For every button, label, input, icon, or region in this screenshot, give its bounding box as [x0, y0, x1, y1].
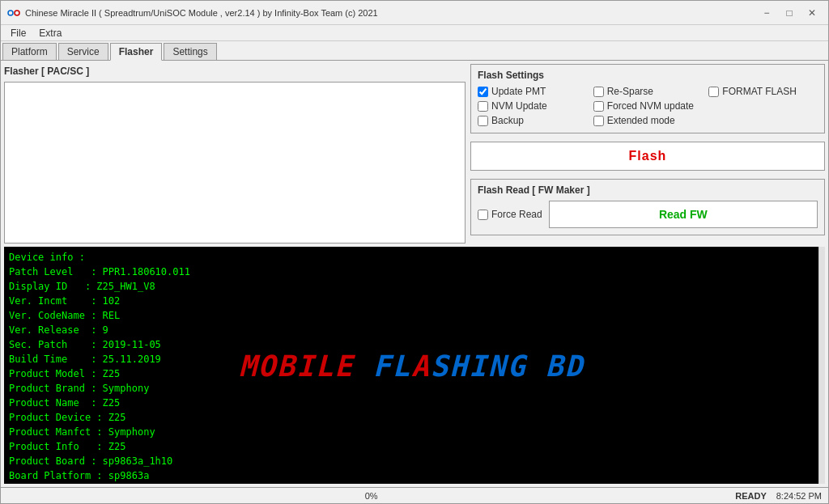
log-container: MOBILE FL A SHING BD Device info :Patch … — [4, 247, 825, 484]
tab-flasher[interactable]: Flasher — [110, 43, 163, 61]
flash-read-label: Flash Read [ FW Maker ] — [478, 184, 818, 196]
checkbox-format-flash-label: FORMAT FLASH — [722, 86, 797, 97]
log-area: MOBILE FL A SHING BD Device info :Patch … — [4, 247, 818, 484]
status-bar: 0% READY 8:24:52 PM — [1, 487, 828, 503]
minimize-button[interactable]: − — [757, 6, 776, 20]
tab-platform[interactable]: Platform — [2, 43, 57, 60]
flash-read-group: Flash Read [ FW Maker ] Force Read Read … — [470, 179, 825, 235]
status-ready-text: READY — [735, 491, 767, 501]
log-line: Board Platform : sp9863a — [9, 468, 814, 483]
log-line: Ver. CodeName : REL — [9, 308, 814, 323]
flash-settings-label: Flash Settings — [478, 70, 818, 81]
checkbox-force-read-input[interactable] — [478, 210, 488, 220]
flash-button-container: Flash — [470, 138, 825, 174]
log-line: Product Manfct : Symphony — [9, 425, 814, 439]
checkbox-forced-nvm-input[interactable] — [593, 101, 604, 112]
title-bar: Chinese Miracle II ( Spreadtrum/UniSOC M… — [1, 1, 828, 25]
log-line: Product Brand : Symphony — [9, 381, 814, 396]
checkbox-format-flash-input[interactable] — [708, 87, 719, 97]
close-button[interactable]: ✕ — [802, 6, 822, 20]
log-line: Patch Level : PPR1.180610.011 — [9, 265, 814, 279]
checkbox-re-sparse: Re-Sparse — [593, 86, 703, 97]
flash-settings-group: Flash Settings Update PMT Re-Sparse FORM… — [470, 64, 825, 133]
menu-extra[interactable]: Extra — [32, 26, 68, 40]
pac-label: Flasher [ PAC/SC ] — [4, 64, 466, 78]
checkbox-nvm-update-input[interactable] — [478, 101, 488, 112]
checkbox-backup-label: Backup — [491, 115, 524, 126]
checkbox-extended-mode-label: Extended mode — [607, 115, 675, 126]
checkbox-backup: Backup — [478, 115, 587, 126]
log-line: Product Name : Z25 — [9, 396, 814, 410]
log-line: Product Device : Z25 — [9, 410, 814, 425]
log-line: Sec. Patch : 2019-11-05 — [9, 337, 814, 352]
log-line: Ver. Incmt : 102 — [9, 294, 814, 308]
scrollbar[interactable] — [818, 247, 825, 484]
maximize-button[interactable]: □ — [780, 6, 799, 20]
read-fw-button[interactable]: Read FW — [549, 201, 818, 228]
checkbox-update-pmt: Update PMT — [478, 86, 587, 97]
checkbox-backup-input[interactable] — [478, 116, 488, 126]
log-line: Build Time : 25.11.2019 — [9, 352, 814, 366]
panels-row: Flasher [ PAC/SC ] Flash Settings Update… — [1, 61, 828, 247]
menu-bar: File Extra — [1, 25, 828, 41]
tab-service[interactable]: Service — [58, 43, 108, 60]
title-text: Chinese Miracle II ( Spreadtrum/UniSOC M… — [25, 8, 378, 18]
checkbox-forced-nvm: Forced NVM update — [593, 100, 703, 112]
app-icon — [7, 6, 20, 19]
progress-text: 0% — [365, 491, 378, 501]
log-line: Device info : — [9, 250, 814, 265]
window-controls: − □ ✕ — [757, 6, 822, 20]
title-bar-left: Chinese Miracle II ( Spreadtrum/UniSOC M… — [7, 6, 378, 19]
log-line: Display ID : Z25_HW1_V8 — [9, 279, 814, 294]
checkbox-force-read-label: Force Read — [491, 209, 542, 220]
pac-file-area[interactable] — [4, 82, 466, 244]
log-line: Product Model : Z25 — [9, 366, 814, 381]
checkbox-update-pmt-input[interactable] — [478, 87, 488, 97]
checkbox-extended-mode-input[interactable] — [593, 116, 604, 126]
checkbox-force-read: Force Read — [478, 209, 542, 220]
svg-point-0 — [8, 11, 13, 15]
tab-settings[interactable]: Settings — [164, 43, 216, 60]
checkbox-re-sparse-label: Re-Sparse — [607, 86, 653, 97]
left-panel: Flasher [ PAC/SC ] — [4, 64, 466, 244]
checkbox-extended-mode: Extended mode — [593, 115, 703, 126]
status-time: 8:24:52 PM — [776, 491, 822, 501]
tab-bar: Platform Service Flasher Settings — [1, 41, 828, 61]
checkbox-nvm-update-label: NVM Update — [491, 100, 547, 112]
flash-checkboxes: Update PMT Re-Sparse FORMAT FLASH NVM Up… — [478, 86, 818, 126]
menu-file[interactable]: File — [4, 26, 32, 40]
app-window: Chinese Miracle II ( Spreadtrum/UniSOC M… — [0, 0, 829, 504]
checkbox-format-flash: FORMAT FLASH — [708, 86, 818, 97]
checkbox-forced-nvm-label: Forced NVM update — [607, 100, 694, 112]
log-line: Ver. Release : 9 — [9, 323, 814, 337]
flash-button[interactable]: Flash — [470, 142, 825, 171]
checkbox-re-sparse-input[interactable] — [593, 87, 604, 97]
checkbox-nvm-update: NVM Update — [478, 100, 587, 112]
checkbox-update-pmt-label: Update PMT — [491, 86, 546, 97]
flash-read-row: Force Read Read FW — [478, 201, 818, 228]
right-panel: Flash Settings Update PMT Re-Sparse FORM… — [470, 64, 825, 244]
log-lines: Device info :Patch Level : PPR1.180610.0… — [9, 250, 814, 484]
log-line: AndroidVer : 9 — [9, 483, 814, 484]
progress-section: 0% — [7, 491, 735, 501]
svg-point-1 — [15, 11, 19, 15]
status-right: READY 8:24:52 PM — [735, 491, 822, 501]
log-line: Product Board : sp9863a_1h10 — [9, 454, 814, 468]
log-line: Product Info : Z25 — [9, 439, 814, 454]
